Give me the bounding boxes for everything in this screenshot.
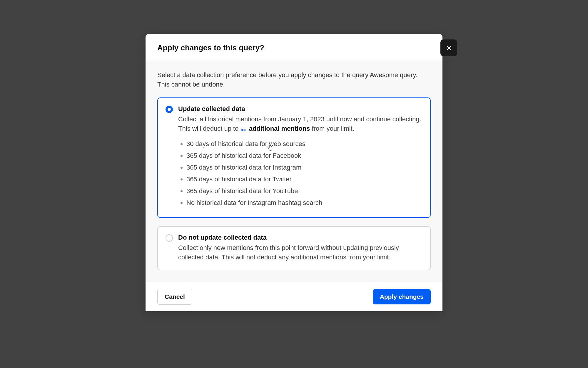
close-button[interactable]	[440, 39, 457, 56]
option-noupdate-title: Do not update collected data	[178, 234, 422, 241]
list-item: 365 days of historical data for Instagra…	[186, 163, 422, 173]
modal-body: Select a data collection preference befo…	[146, 61, 442, 282]
list-item: 365 days of historical data for Twitter	[186, 174, 422, 184]
radio-update[interactable]	[166, 106, 173, 113]
apply-changes-button[interactable]: Apply changes	[373, 289, 431, 304]
cancel-button[interactable]: Cancel	[157, 289, 192, 305]
update-desc-suffix: from your limit.	[312, 125, 354, 132]
option-noupdate-description: Collect only new mentions from this poin…	[178, 243, 422, 262]
option-update-collected-data[interactable]: Update collected data Collect all histor…	[157, 97, 431, 218]
radio-do-not-update[interactable]	[166, 234, 173, 242]
modal-footer: Cancel Apply changes	[146, 282, 442, 311]
list-item: 365 days of historical data for YouTube	[186, 186, 422, 196]
modal-title: Apply changes to this query?	[157, 43, 431, 52]
option-update-title: Update collected data	[178, 105, 422, 113]
list-item: 30 days of historical data for web sourc…	[186, 139, 422, 149]
option-update-description: Collect all historical mentions from Jan…	[178, 115, 422, 134]
historical-data-list: 30 days of historical data for web sourc…	[178, 139, 422, 208]
update-desc-bold: additional mentions	[249, 125, 310, 132]
modal-header: Apply changes to this query?	[146, 34, 442, 61]
loading-dots-icon	[241, 124, 246, 134]
list-item: 365 days of historical data for Facebook	[186, 151, 422, 161]
list-item: No historical data for Instagram hashtag…	[186, 198, 422, 208]
modal-intro-text: Select a data collection preference befo…	[157, 70, 431, 89]
option-update-content: Update collected data Collect all histor…	[178, 105, 422, 210]
option-do-not-update[interactable]: Do not update collected data Collect onl…	[157, 226, 431, 270]
close-icon	[446, 45, 452, 51]
option-noupdate-content: Do not update collected data Collect onl…	[178, 234, 422, 262]
apply-changes-modal: Apply changes to this query? Select a da…	[146, 34, 442, 311]
